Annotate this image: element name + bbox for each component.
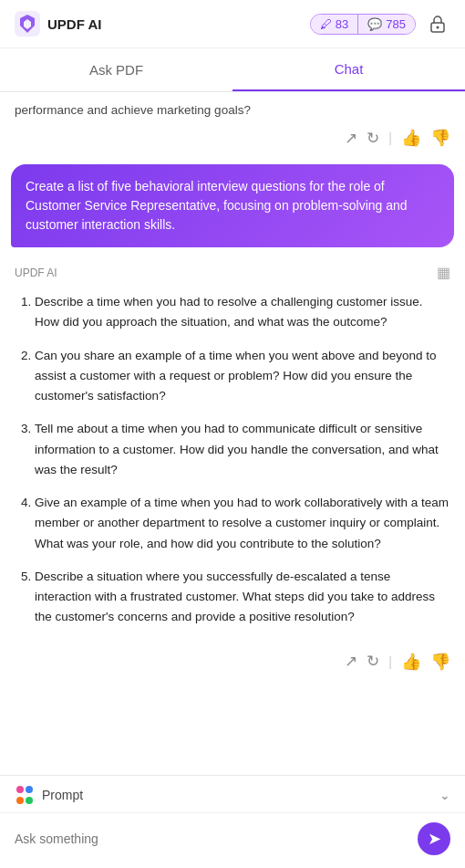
send-button[interactable]: ➤ (418, 822, 450, 855)
response-divider: | (388, 654, 392, 669)
response-thumbs-up-icon[interactable]: 👍 (401, 652, 421, 672)
response-action-row: ↗︎ ↻ | 👍 👎 (0, 648, 465, 681)
response-list-item: Tell me about a time when you had to com… (35, 419, 450, 480)
lock-icon[interactable] (425, 11, 450, 37)
prompt-label: Prompt (42, 788, 83, 802)
tab-bar: Ask PDF Chat (0, 48, 465, 92)
share-icon[interactable]: ↗︎ (345, 652, 357, 671)
response-thumbs-down-icon[interactable]: 👎 (430, 652, 450, 672)
counter-right: 💬 785 (358, 15, 415, 34)
ai-response: Describe a time when you had to resolve … (0, 285, 465, 648)
prompt-dots-icon (15, 785, 35, 805)
copy-icon[interactable]: ▦ (437, 264, 450, 281)
dot-blue (26, 786, 33, 793)
ask-input[interactable] (15, 831, 408, 846)
counter-left-value: 83 (336, 17, 348, 31)
ai-label: UPDF AI (15, 267, 57, 279)
response-list-item: Can you share an example of a time when … (35, 346, 450, 407)
chat-area: performance and achieve marketing goals?… (0, 92, 465, 775)
thumbs-down-icon[interactable]: 👎 (430, 128, 450, 148)
updf-logo-icon (15, 11, 40, 37)
refresh-icon[interactable]: ↻ (367, 129, 379, 148)
counter-right-value: 785 (386, 17, 406, 31)
ai-label-row: UPDF AI ▦ (0, 255, 465, 285)
svg-point-2 (437, 26, 439, 29)
dot-green (26, 797, 33, 804)
thumbs-up-icon[interactable]: 👍 (401, 128, 421, 148)
app-header: UPDF AI 🖊 83 💬 785 (0, 0, 465, 48)
prev-action-row: ↗︎ ↻ | 👍 👎 (0, 124, 465, 157)
prompt-left: Prompt (15, 785, 83, 805)
counter-left: 🖊 83 (311, 15, 358, 34)
chevron-down-icon[interactable]: ⌄ (439, 788, 450, 802)
counter-badge[interactable]: 🖊 83 💬 785 (310, 14, 416, 35)
response-list: Describe a time when you had to resolve … (15, 292, 450, 628)
counter-right-icon: 💬 (367, 17, 382, 31)
tab-chat[interactable]: Chat (232, 48, 465, 91)
logo-area: UPDF AI (15, 11, 101, 37)
regenerate-icon[interactable]: ↻ (367, 652, 379, 671)
counter-left-icon: 🖊 (320, 17, 332, 31)
input-row: ➤ (0, 813, 465, 868)
send-icon: ➤ (428, 829, 441, 849)
dot-orange (16, 797, 24, 804)
bottom-bar: Prompt ⌄ ➤ (0, 775, 465, 868)
tab-ask-pdf[interactable]: Ask PDF (0, 48, 232, 91)
header-right: 🖊 83 💬 785 (310, 11, 450, 37)
response-list-item: Give an example of a time when you had t… (35, 493, 450, 554)
action-divider: | (388, 131, 392, 145)
external-link-icon[interactable]: ↗︎ (345, 129, 357, 148)
prompt-row[interactable]: Prompt ⌄ (0, 776, 465, 813)
app-title: UPDF AI (47, 16, 101, 32)
response-list-item: Describe a time when you had to resolve … (35, 292, 450, 333)
user-message-bubble: Create a list of five behavioral intervi… (11, 164, 454, 247)
response-list-item: Describe a situation where you successfu… (35, 567, 450, 628)
dot-pink (16, 786, 24, 793)
prev-message: performance and achieve marketing goals? (0, 92, 465, 124)
